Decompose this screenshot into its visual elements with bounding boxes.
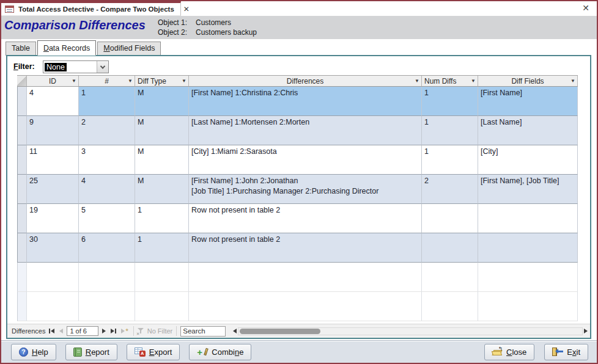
filter-label: Filter: <box>13 62 35 71</box>
cell-differences[interactable]: Row not present in table 2 <box>189 233 422 263</box>
horizontal-scrollbar[interactable] <box>233 327 588 335</box>
filter-arrow-icon[interactable]: ▼ <box>570 78 575 84</box>
filter-combobox[interactable]: None <box>43 60 109 73</box>
scrollbar-track[interactable] <box>238 327 583 335</box>
tab-modified-fields[interactable]: Modified Fields <box>97 42 161 56</box>
row-selector[interactable] <box>17 204 27 233</box>
combine-button[interactable]: + Combine <box>189 344 251 360</box>
scroll-left-icon[interactable] <box>233 329 237 333</box>
cell-diff-fields[interactable] <box>478 204 578 233</box>
scroll-right-icon[interactable] <box>584 329 588 333</box>
cell-differences[interactable]: [City] 1:Miami 2:Sarasota <box>189 145 422 175</box>
cell-diff-type[interactable]: 1 <box>135 204 189 233</box>
combine-icon: + <box>197 348 208 357</box>
cell-diff-fields[interactable]: [City] <box>478 145 578 175</box>
row-selector[interactable] <box>17 87 27 116</box>
row-selector[interactable] <box>17 263 27 292</box>
cell-num[interactable]: 1 <box>79 87 135 116</box>
separator <box>176 326 177 336</box>
cell-num-diffs[interactable] <box>422 204 478 233</box>
select-all-corner[interactable] <box>17 76 27 86</box>
tab-table[interactable]: Table <box>6 42 36 56</box>
filter-arrow-icon[interactable]: ▼ <box>415 78 419 84</box>
cell-num-diffs[interactable]: 1 <box>422 145 478 175</box>
column-header-num-diffs[interactable]: Num Diffs▼ <box>422 76 478 86</box>
record-position-box[interactable]: 1 of 6 <box>67 326 98 336</box>
column-header-id[interactable]: ID▼ <box>27 76 79 86</box>
cell-id[interactable]: 25 <box>27 175 79 204</box>
cell-num[interactable]: 4 <box>79 175 135 204</box>
cell-differences[interactable]: [First Name] 1:John 2:Jonathan [Job Titl… <box>189 175 422 204</box>
cell-diff-type[interactable]: 1 <box>135 233 189 263</box>
cell-diff-fields[interactable]: [First Name], [Job Title] <box>478 175 578 204</box>
table-row[interactable]: 25 4 M [First Name] 1:John 2:Jonathan [J… <box>17 175 578 204</box>
first-record-button[interactable] <box>48 327 56 336</box>
cell-differences[interactable]: Row not present in table 2 <box>189 204 422 233</box>
export-button[interactable]: A Export <box>127 344 180 360</box>
table-row[interactable]: 11 3 M [City] 1:Miami 2:Sarasota 1 [City… <box>17 145 578 175</box>
filter-arrow-icon[interactable]: ▼ <box>182 78 186 84</box>
column-header-num[interactable]: #▼ <box>79 76 135 86</box>
window-close-icon[interactable]: ✕ <box>582 3 589 13</box>
cell-id[interactable]: 30 <box>27 233 79 263</box>
cell-num[interactable]: 2 <box>79 116 135 145</box>
cell-num[interactable]: 5 <box>79 204 135 233</box>
new-record-star-icon: * <box>125 329 128 333</box>
exit-button[interactable]: Exit <box>544 344 588 360</box>
row-selector[interactable] <box>17 175 27 204</box>
cell-diff-fields[interactable] <box>478 233 578 263</box>
table-row[interactable]: 30 6 1 Row not present in table 2 <box>17 233 578 263</box>
cell-differences[interactable]: [Last Name] 1:Mortensen 2:Morten <box>189 116 422 145</box>
report-button[interactable]: Report <box>65 344 117 360</box>
row-selector[interactable] <box>17 292 27 321</box>
chevron-down-icon <box>100 64 105 68</box>
last-record-button[interactable] <box>109 327 117 336</box>
column-header-diff-fields[interactable]: Diff Fields▼ <box>478 76 578 86</box>
new-record-button[interactable]: * <box>120 327 129 336</box>
cell-diff-type[interactable]: M <box>135 116 189 145</box>
document-tab[interactable]: Total Access Detective - Compare Two Obj… <box>1 1 181 16</box>
row-selector[interactable] <box>17 233 27 263</box>
record-navigation-bar: Differences 1 of 6 * ✕ No Filter <box>7 324 590 338</box>
cell-id[interactable]: 9 <box>27 116 79 145</box>
tab-data-records[interactable]: Data Records <box>37 40 96 56</box>
row-selector[interactable] <box>17 145 27 175</box>
close-button[interactable]: ↰ Close <box>484 344 534 360</box>
table-row[interactable]: 19 5 1 Row not present in table 2 <box>17 204 578 233</box>
empty-row[interactable] <box>17 292 578 321</box>
no-filter-button[interactable]: ✕ No Filter <box>138 327 173 335</box>
window-title: Total Access Detective - Compare Two Obj… <box>18 5 174 13</box>
cell-num[interactable]: 6 <box>79 233 135 263</box>
cell-differences[interactable]: [First Name] 1:Christina 2:Chris <box>189 87 422 116</box>
cell-num-diffs[interactable]: 1 <box>422 116 478 145</box>
search-input[interactable] <box>180 326 226 337</box>
table-row[interactable]: 4 1 M [First Name] 1:Christina 2:Chris 1… <box>17 87 578 116</box>
filter-arrow-icon[interactable]: ▼ <box>471 78 476 84</box>
cell-num-diffs[interactable] <box>422 233 478 263</box>
cell-id[interactable]: 4 <box>27 87 79 116</box>
cell-id[interactable]: 11 <box>27 145 79 175</box>
combo-dropdown-button[interactable] <box>97 61 108 73</box>
tab-close-icon[interactable]: ✕ <box>183 5 190 13</box>
table-row[interactable]: 9 2 M [Last Name] 1:Mortensen 2:Morten 1… <box>17 116 578 145</box>
next-record-button[interactable] <box>101 327 107 336</box>
previous-record-button[interactable] <box>58 327 64 336</box>
filter-arrow-icon[interactable]: ▼ <box>128 78 133 84</box>
cell-num-diffs[interactable]: 2 <box>422 175 478 204</box>
cell-diff-fields[interactable]: [Last Name] <box>478 116 578 145</box>
scrollbar-thumb[interactable] <box>240 329 320 334</box>
cell-num[interactable]: 3 <box>79 145 135 175</box>
filter-arrow-icon[interactable]: ▼ <box>72 78 76 84</box>
cell-id[interactable]: 19 <box>27 204 79 233</box>
cell-num-diffs[interactable]: 1 <box>422 87 478 116</box>
column-header-differences[interactable]: Differences▼ <box>189 76 422 86</box>
cell-diff-type[interactable]: M <box>135 87 189 116</box>
column-header-diff-type[interactable]: Diff Type▼ <box>135 76 189 86</box>
cell-diff-type[interactable]: M <box>135 175 189 204</box>
cell-diff-type[interactable]: M <box>135 145 189 175</box>
empty-row[interactable] <box>17 263 578 292</box>
help-button[interactable]: ? Help <box>11 344 56 360</box>
row-selector[interactable] <box>17 116 27 145</box>
cell-diff-fields[interactable]: [First Name] <box>478 87 578 116</box>
object1-value: Customers <box>196 18 231 27</box>
